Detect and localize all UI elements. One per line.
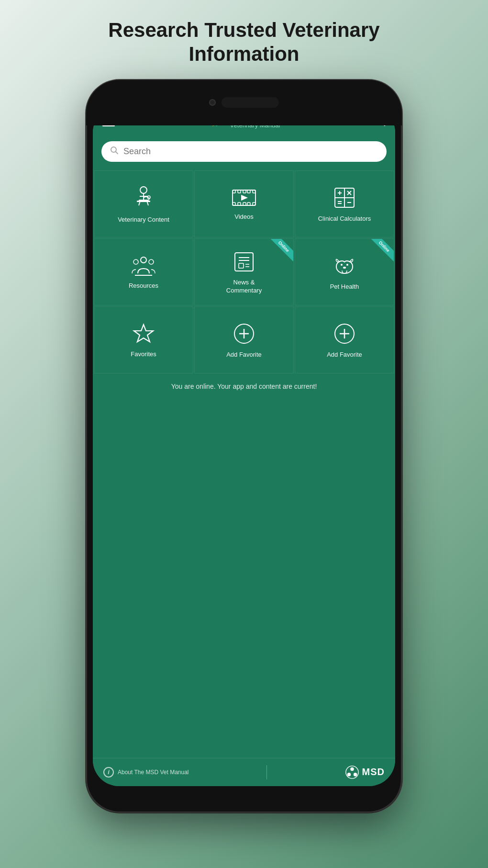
footer-divider bbox=[266, 765, 267, 779]
calculators-icon bbox=[333, 186, 356, 209]
grid-item-resources[interactable]: Resources bbox=[94, 238, 193, 305]
search-bar-icon bbox=[110, 146, 119, 157]
news-label: News &Commentary bbox=[226, 279, 262, 295]
add-fav-2-icon bbox=[333, 322, 356, 345]
videos-label: Videos bbox=[234, 213, 254, 221]
main-grid: Veterinary Content bbox=[93, 170, 395, 373]
add-fav-1-icon bbox=[233, 322, 255, 345]
vet-content-label: Veterinary Content bbox=[118, 216, 169, 224]
grid-item-calculators[interactable]: Clinical Calculators bbox=[295, 170, 394, 237]
grid-item-news[interactable]: Online News &Commentary bbox=[194, 238, 294, 305]
svg-point-61 bbox=[353, 773, 357, 777]
svg-marker-27 bbox=[241, 195, 248, 201]
grid-item-favorites[interactable]: Favorites bbox=[94, 306, 193, 373]
svg-point-60 bbox=[347, 773, 351, 777]
vet-content-icon bbox=[131, 185, 156, 210]
info-icon: i bbox=[103, 767, 114, 778]
app-screen: MSD MANUAL Veterinary Manual bbox=[93, 106, 395, 786]
videos-icon bbox=[232, 188, 256, 207]
online-status-message: You are online. Your app and content are… bbox=[171, 383, 317, 390]
svg-point-48 bbox=[343, 267, 346, 269]
favorites-icon bbox=[132, 323, 155, 345]
search-bar[interactable] bbox=[101, 141, 387, 162]
pet-health-label: Pet Health bbox=[330, 283, 359, 291]
svg-point-39 bbox=[133, 259, 138, 264]
add-fav-2-label: Add Favorite bbox=[327, 351, 362, 359]
grid-item-pet-health[interactable]: Online bbox=[295, 238, 394, 305]
svg-rect-45 bbox=[239, 263, 244, 268]
grid-item-vet-content[interactable]: Veterinary Content bbox=[94, 170, 193, 237]
phone-frame: MSD MANUAL Veterinary Manual bbox=[86, 80, 402, 812]
phone-speaker bbox=[222, 97, 279, 108]
svg-point-59 bbox=[350, 767, 354, 771]
svg-marker-51 bbox=[134, 325, 153, 342]
online-status-section: You are online. Your app and content are… bbox=[93, 373, 395, 399]
grid-item-add-fav-1[interactable]: Add Favorite bbox=[194, 306, 294, 373]
resources-label: Resources bbox=[129, 282, 158, 290]
page-heading: Research Trusted Veterinary Information bbox=[79, 18, 408, 67]
grid-item-add-fav-2[interactable]: Add Favorite bbox=[295, 306, 394, 373]
news-icon bbox=[233, 251, 255, 273]
online-ribbon-news: Online bbox=[267, 238, 294, 263]
msd-logo: MSD bbox=[345, 765, 385, 779]
resources-icon bbox=[131, 255, 156, 276]
grid-item-videos[interactable]: Videos bbox=[194, 170, 294, 237]
footer-about-section[interactable]: i About The MSD Vet Manual bbox=[103, 767, 189, 778]
svg-point-40 bbox=[149, 259, 154, 264]
favorites-label: Favorites bbox=[131, 350, 156, 359]
svg-point-38 bbox=[141, 257, 146, 263]
phone-camera bbox=[209, 99, 216, 106]
search-section bbox=[93, 135, 395, 170]
pet-health-icon bbox=[333, 254, 356, 277]
svg-line-6 bbox=[116, 151, 118, 154]
svg-rect-42 bbox=[235, 253, 253, 271]
calculators-label: Clinical Calculators bbox=[318, 215, 371, 223]
phone-top-bar bbox=[86, 80, 402, 125]
msd-label: MSD bbox=[362, 767, 385, 778]
svg-point-50 bbox=[346, 264, 348, 266]
online-ribbon-pet: Online bbox=[368, 238, 394, 263]
search-input[interactable] bbox=[123, 147, 378, 157]
footer-about-label: About The MSD Vet Manual bbox=[118, 769, 189, 776]
svg-point-49 bbox=[341, 264, 343, 266]
app-footer: i About The MSD Vet Manual MSD bbox=[93, 758, 395, 786]
add-fav-1-label: Add Favorite bbox=[226, 351, 262, 359]
svg-point-7 bbox=[140, 187, 147, 193]
